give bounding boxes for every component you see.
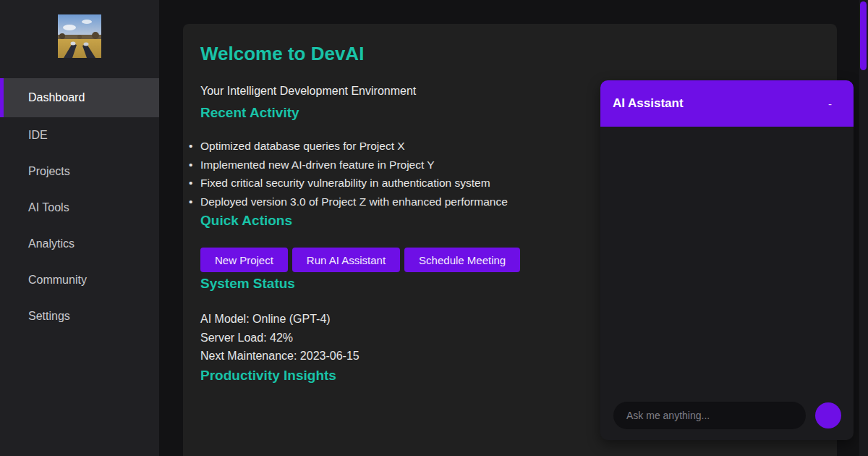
ai-assistant-panel: AI Assistant - xyxy=(600,80,854,440)
sidebar: Dashboard IDE Projects AI Tools Analytic… xyxy=(0,0,159,456)
sidebar-item-ai-tools[interactable]: AI Tools xyxy=(0,190,159,226)
chat-input-row xyxy=(613,402,841,429)
sidebar-item-dashboard[interactable]: Dashboard xyxy=(0,78,159,117)
chat-input[interactable] xyxy=(613,402,806,429)
sidebar-item-analytics[interactable]: Analytics xyxy=(0,226,159,262)
run-ai-assistant-button[interactable]: Run AI Assistant xyxy=(292,248,400,272)
sidebar-item-community[interactable]: Community xyxy=(0,262,159,298)
ai-assistant-header: AI Assistant - xyxy=(600,80,854,127)
minimize-button[interactable]: - xyxy=(828,98,832,109)
sidebar-item-ide[interactable]: IDE xyxy=(0,117,159,153)
logo-image xyxy=(58,14,101,58)
sidebar-item-projects[interactable]: Projects xyxy=(0,153,159,190)
sidebar-nav: Dashboard IDE Projects AI Tools Analytic… xyxy=(0,78,159,334)
chat-messages-area xyxy=(600,127,854,391)
new-project-button[interactable]: New Project xyxy=(200,248,288,272)
scrollbar-thumb[interactable] xyxy=(860,1,867,70)
send-button[interactable] xyxy=(815,402,841,428)
schedule-meeting-button[interactable]: Schedule Meeting xyxy=(404,248,520,272)
scrollbar-track[interactable] xyxy=(859,0,868,456)
sidebar-item-settings[interactable]: Settings xyxy=(0,298,159,334)
page-title: Welcome to DevAI xyxy=(200,43,820,64)
ai-assistant-title: AI Assistant xyxy=(613,96,684,111)
